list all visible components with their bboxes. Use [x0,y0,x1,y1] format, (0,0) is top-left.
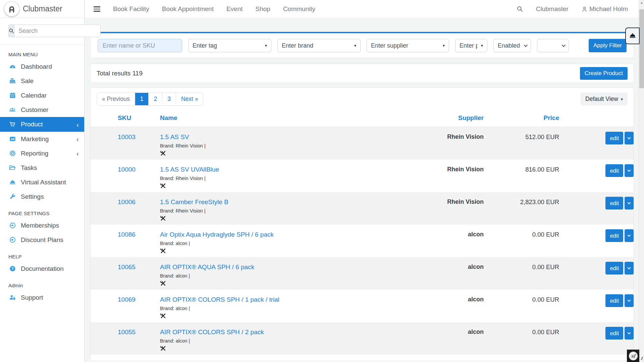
product-name-link[interactable]: Air Optix Aqua Hydraglyde SPH / 6 pack [160,231,274,238]
header-price[interactable]: Price [484,114,559,122]
svg-text:?: ? [11,266,14,270]
symfony-logo-icon: sf [629,352,638,360]
nav-community[interactable]: Community [283,5,315,13]
edit-button[interactable]: edit [605,197,623,209]
main-content: Enter tag▾ Enter brand▾ Enter supplier▾ … [85,18,639,362]
filter-product-group-select[interactable]: Enter pro...▾ [455,39,487,52]
product-sku-link[interactable]: 10000 [118,166,136,173]
nav-user-menu[interactable]: Michael Holm [581,5,628,13]
create-product-button[interactable]: Create Product [580,67,628,80]
sidebar-item-memberships[interactable]: Memberships [0,218,84,233]
sidebar-item-customer[interactable]: Customer [0,103,84,117]
product-sku-link[interactable]: 10003 [118,133,136,140]
nav-shop[interactable]: Shop [256,5,270,13]
edit-dropdown-button[interactable] [625,197,634,209]
edit-dropdown-button[interactable] [625,229,634,242]
chevron-down-icon [628,136,631,139]
search-input[interactable] [14,24,101,37]
edit-button[interactable]: edit [605,132,623,144]
header-name[interactable]: Name [160,114,430,122]
sidebar-item-product[interactable]: Product ‹ [0,117,84,132]
filter-name-sku-input[interactable] [98,39,182,52]
sidebar-item-support[interactable]: Support [0,290,84,305]
product-sku-link[interactable]: 10065 [118,263,136,270]
product-sku-link[interactable]: 10006 [118,198,136,205]
filter-status-select[interactable]: Enabled [493,39,531,52]
page-scrollbar[interactable]: ▲ ▼ [639,0,644,362]
filter-brand-select[interactable]: Enter brand▾ [277,39,361,52]
edit-button[interactable]: edit [605,294,623,307]
nav-org-name[interactable]: Clubmaster [536,5,569,13]
tools-icon [160,248,430,255]
filter-extra-select[interactable] [537,39,569,52]
product-supplier: alcon [430,231,484,238]
cart-icon [8,121,16,128]
virtual-assistant-tab[interactable] [625,27,640,44]
sidebar-item-dashboard[interactable]: Dashboard [0,59,84,74]
product-name-link[interactable]: 1.5 Camber FreeStyle B [160,198,228,205]
product-sku-link[interactable]: 10069 [118,296,136,303]
caret-down-icon: ▾ [439,43,445,48]
sidebar-item-documentation[interactable]: ? Documentation [0,261,84,276]
edit-dropdown-button[interactable] [625,327,634,340]
sidebar-item-sale[interactable]: Sale [0,74,84,88]
pagination-next[interactable]: Next » [176,93,203,105]
edit-dropdown-button[interactable] [625,132,634,144]
table-header-row: SKU Name Supplier Price [91,114,634,127]
filter-tag-value: Enter tag [193,42,217,49]
sidebar-item-settings[interactable]: Settings [0,189,84,204]
search-icon[interactable] [517,6,523,12]
product-sku-link[interactable]: 10086 [118,231,136,238]
sidebar-item-reporting[interactable]: Reporting ‹ [0,146,84,161]
edit-button[interactable]: edit [605,327,623,340]
sidebar-item-calendar[interactable]: Calendar [0,88,84,103]
brand-header[interactable]: Clubmaster [0,0,84,18]
nav-book-appointment[interactable]: Book Appointment [162,5,214,13]
sidebar-item-marketing[interactable]: Ad Marketing ‹ [0,132,84,146]
edit-button[interactable]: edit [605,164,623,177]
hamburger-menu-icon[interactable] [94,6,100,11]
edit-dropdown-button[interactable] [625,294,634,307]
sidebar-item-label: Marketing [21,135,49,143]
product-sku-link[interactable]: 10055 [118,328,136,336]
header-sku[interactable]: SKU [118,114,160,122]
table-row: 10006 1.5 Camber FreeStyle B Brand: Rhei… [91,192,634,225]
product-name-link[interactable]: 1.5 AS SV UVAllBlue [160,166,219,173]
pagination-page-3[interactable]: 3 [162,93,176,105]
symfony-debug-badge[interactable]: sf [627,350,639,362]
scroll-up-arrow[interactable]: ▲ [639,0,644,5]
pagination-page-2[interactable]: 2 [148,93,162,105]
product-price: 0.00 EUR [484,231,559,238]
header-supplier[interactable]: Supplier [430,114,484,122]
edit-button[interactable]: edit [605,229,623,242]
edit-dropdown-button[interactable] [625,164,634,177]
product-name-link[interactable]: 1.5 AS SV [160,133,189,140]
table-row: 10065 AIR OPTIX® AQUA SPH / 6 pack Brand… [91,257,634,290]
product-supplier: Rhein Vision [430,166,484,173]
arrow-circle-right-icon [8,222,16,229]
sidebar-item-tasks[interactable]: Tasks [0,161,84,175]
product-supplier: alcon [430,296,484,303]
caret-down-icon[interactable]: ▾ [641,356,643,359]
sidebar-item-virtual-assistant[interactable]: Virtual Assistant [0,175,84,189]
pagination-previous[interactable]: « Previous [97,93,135,105]
product-name-link[interactable]: AIR OPTIX® COLORS SPH / 1 pack / trial [160,296,279,303]
scrollbar-thumb[interactable] [639,9,644,88]
filter-tag-select[interactable]: Enter tag▾ [188,39,271,52]
default-view-dropdown[interactable]: Default View ▾ [581,93,628,106]
product-name-link[interactable]: AIR OPTIX® COLORS SPH / 2 pack [160,328,264,336]
filter-supplier-select[interactable]: Enter supplier▾ [367,39,449,52]
edit-button[interactable]: edit [605,262,623,275]
pagination-page-1[interactable]: 1 [135,93,149,105]
product-brand-label: Brand: alcon | [160,306,430,311]
cash-register-icon [8,77,16,84]
sidebar-item-label: Settings [21,193,44,200]
product-name-link[interactable]: AIR OPTIX® AQUA SPH / 6 pack [160,263,254,270]
nav-event[interactable]: Event [226,5,243,13]
nav-book-facility[interactable]: Book Facility [113,5,149,13]
clubmaster-logo-icon [4,2,19,16]
sidebar-item-discount-plans[interactable]: Discount Plans [0,233,84,247]
sidebar-item-label: Sale [21,77,34,85]
apply-filter-button[interactable]: Apply Filter [589,39,627,52]
edit-dropdown-button[interactable] [625,262,634,275]
